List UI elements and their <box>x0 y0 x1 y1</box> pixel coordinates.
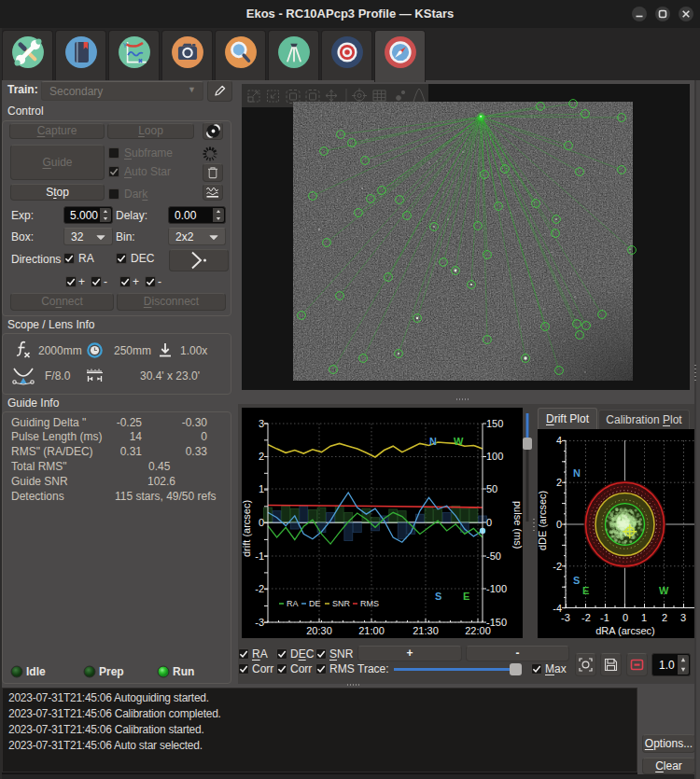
svg-text:N: N <box>573 467 581 479</box>
svg-text:E: E <box>582 585 589 596</box>
svg-text:22:00: 22:00 <box>465 625 491 636</box>
svg-text:W: W <box>454 436 464 447</box>
svg-text:4: 4 <box>556 435 562 446</box>
svg-text:-2: -2 <box>255 583 264 594</box>
svg-text:1: 1 <box>259 483 264 494</box>
svg-text:3: 3 <box>259 418 264 429</box>
svg-text:0: 0 <box>556 519 562 530</box>
svg-text:S: S <box>573 575 580 586</box>
svg-text:20:30: 20:30 <box>306 625 332 636</box>
svg-text:DE: DE <box>309 599 321 608</box>
svg-text:dDE (arcsec): dDE (arcsec) <box>538 491 548 550</box>
svg-text:-3: -3 <box>561 612 570 623</box>
svg-text:150: 150 <box>486 418 503 429</box>
svg-text:-1: -1 <box>255 550 264 562</box>
svg-text:S: S <box>435 591 441 602</box>
svg-text:-2: -2 <box>553 561 562 572</box>
svg-text:100: 100 <box>486 451 503 462</box>
svg-text:0: 0 <box>486 517 492 528</box>
svg-text:0: 0 <box>259 517 264 528</box>
svg-text:drift (arcsec): drift (arcsec) <box>242 500 252 557</box>
svg-text:dRA (arcsec): dRA (arcsec) <box>595 625 655 636</box>
svg-text:0: 0 <box>623 612 628 623</box>
svg-text:-50: -50 <box>486 550 501 562</box>
svg-text:-2: -2 <box>581 612 591 623</box>
svg-text:-100: -100 <box>486 583 507 594</box>
svg-text:RMS: RMS <box>360 599 379 608</box>
svg-text:2: 2 <box>662 612 667 623</box>
svg-text:50: 50 <box>486 483 497 494</box>
svg-text:2: 2 <box>259 451 264 462</box>
svg-text:-1: -1 <box>600 612 609 623</box>
svg-text:SNR: SNR <box>332 599 351 608</box>
svg-text:RA: RA <box>287 599 299 608</box>
svg-text:2: 2 <box>556 477 562 488</box>
svg-text:1: 1 <box>641 612 647 623</box>
svg-text:W: W <box>659 585 669 596</box>
svg-text:-3: -3 <box>255 617 264 628</box>
svg-text:3: 3 <box>680 612 686 623</box>
svg-text:N: N <box>429 436 437 447</box>
svg-text:21:30: 21:30 <box>413 625 439 636</box>
svg-text:E: E <box>463 591 469 602</box>
svg-text:21:00: 21:00 <box>358 625 385 636</box>
